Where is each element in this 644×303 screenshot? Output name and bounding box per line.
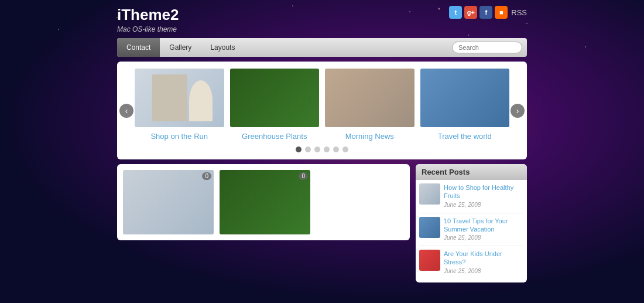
post-1-comment-badge: 0 <box>202 172 211 180</box>
sidebar-post-2[interactable]: 10 Travel Tips for Your Summer Vacation … <box>419 217 523 241</box>
sidebar-post-3-date: June 25, 2008 <box>444 268 523 274</box>
carousel: ‹ Shop on the Run Greenhouse Plants Morn… <box>117 62 527 159</box>
carousel-dot-3[interactable] <box>314 147 320 152</box>
bottom-section: 0 0 Recent Posts How to Shop for Healthy… <box>117 164 527 282</box>
sidebar-post-1-info: How to Shop for Healthy Fruits June 25, … <box>444 183 523 208</box>
slide-4-image <box>420 69 510 127</box>
sidebar-title: Recent Posts <box>416 164 527 180</box>
carousel-dot-6[interactable] <box>342 147 348 152</box>
post-2-comment-badge: 0 <box>299 172 308 180</box>
sidebar-post-1-thumb <box>419 183 440 205</box>
sidebar-post-1-date: June 25, 2008 <box>444 202 523 208</box>
gplus-icon[interactable]: g+ <box>464 6 477 19</box>
nav-contact[interactable]: Contact <box>117 38 160 57</box>
post-thumb-1-image <box>123 170 214 234</box>
slide-4[interactable]: Travel the world <box>420 69 510 141</box>
carousel-dot-1[interactable] <box>296 147 302 152</box>
sidebar-post-2-thumb <box>419 217 440 238</box>
slide-3-title: Morning News <box>325 132 415 141</box>
search-input[interactable] <box>452 42 522 53</box>
greenhouse-image <box>230 69 320 127</box>
social-bar: t g+ f ■ RSS <box>449 6 527 19</box>
slide-3-image <box>325 69 415 127</box>
shop-image <box>135 69 224 127</box>
sidebar-post-3-info: Are Your Kids Under Stress? June 25, 200… <box>444 250 523 274</box>
sidebar-divider-2 <box>419 246 523 246</box>
sidebar-post-3-title: Are Your Kids Under Stress? <box>444 250 523 267</box>
sidebar-post-2-date: June 25, 2008 <box>444 234 523 241</box>
posts-grid: 0 0 <box>117 164 410 240</box>
twitter-icon[interactable]: t <box>449 6 462 19</box>
sidebar-post-2-title: 10 Travel Tips for Your Summer Vacation <box>444 217 523 234</box>
carousel-next-button[interactable]: › <box>511 104 525 118</box>
main-content-wrapper: iTheme2 Mac OS-like theme Contact Galler… <box>117 0 527 282</box>
nav-gallery[interactable]: Gallery <box>160 38 201 57</box>
post-thumb-2-image <box>220 170 310 234</box>
slide-4-title: Travel the world <box>420 132 510 141</box>
sidebar-posts-list: How to Shop for Healthy Fruits June 25, … <box>416 180 527 282</box>
post-thumb-2[interactable]: 0 <box>220 170 310 234</box>
slide-2-title: Greenhouse Plants <box>230 132 320 141</box>
nav-layouts[interactable]: Layouts <box>201 38 244 57</box>
travel-image <box>420 69 510 127</box>
sidebar: Recent Posts How to Shop for Healthy Fru… <box>416 164 527 282</box>
slide-1[interactable]: Shop on the Run <box>135 69 224 141</box>
rss-label: RSS <box>511 8 527 17</box>
slide-1-title: Shop on the Run <box>135 132 224 141</box>
sidebar-post-1[interactable]: How to Shop for Healthy Fruits June 25, … <box>419 183 523 208</box>
carousel-dot-5[interactable] <box>333 147 339 152</box>
facebook-icon[interactable]: f <box>479 6 492 19</box>
search-container <box>452 42 522 53</box>
slide-2-image <box>230 69 320 127</box>
rss-icon[interactable]: ■ <box>495 6 508 19</box>
post-thumb-1[interactable]: 0 <box>123 170 214 234</box>
slide-1-image <box>135 69 224 127</box>
carousel-slides: Shop on the Run Greenhouse Plants Mornin… <box>135 69 509 141</box>
news-image <box>325 69 415 127</box>
carousel-dots <box>135 147 509 152</box>
carousel-dot-2[interactable] <box>305 147 311 152</box>
sidebar-post-1-title: How to Shop for Healthy Fruits <box>444 183 523 200</box>
nav-bar: Contact Gallery Layouts <box>117 38 527 57</box>
slide-3[interactable]: Morning News <box>325 69 415 141</box>
slide-2[interactable]: Greenhouse Plants <box>230 69 320 141</box>
sidebar-divider-1 <box>419 213 523 213</box>
sidebar-post-3-thumb <box>419 250 440 271</box>
site-subtitle: Mac OS-like theme <box>117 25 527 33</box>
carousel-dot-4[interactable] <box>324 147 330 152</box>
sidebar-post-2-info: 10 Travel Tips for Your Summer Vacation … <box>444 217 523 241</box>
carousel-prev-button[interactable]: ‹ <box>119 104 133 118</box>
sidebar-post-3[interactable]: Are Your Kids Under Stress? June 25, 200… <box>419 250 523 274</box>
